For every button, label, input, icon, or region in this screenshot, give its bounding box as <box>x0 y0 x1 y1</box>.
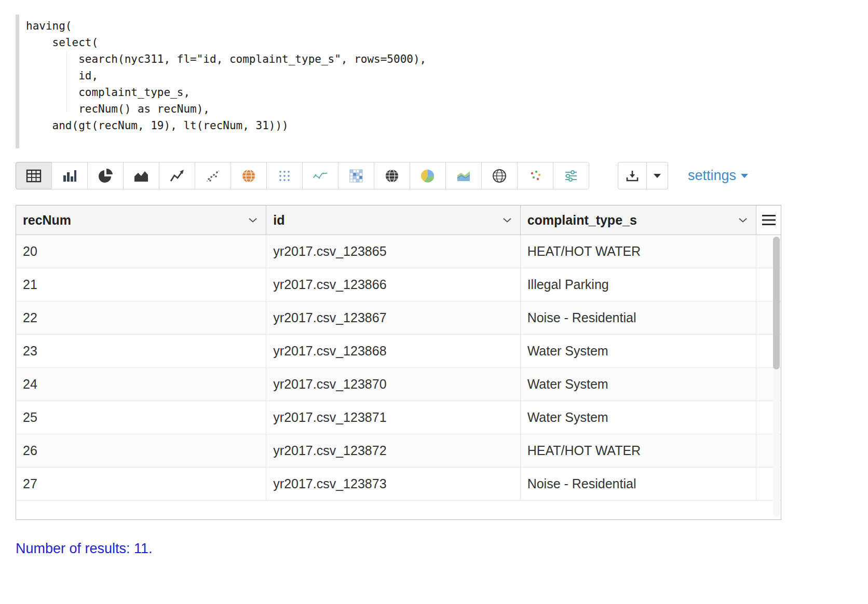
cell-recnum: 22 <box>16 301 266 334</box>
cell-recnum: 20 <box>16 235 266 268</box>
table-row: 26 yr2017.csv_123872 HEAT/HOT WATER <box>16 434 781 468</box>
dot-grid-icon <box>277 168 292 184</box>
chevron-down-icon[interactable] <box>503 217 512 223</box>
column-label: complaint_type_s <box>527 213 637 228</box>
code-line: search(nyc311, fl="id, complaint_type_s"… <box>26 51 852 67</box>
cell-complaint-type: Noise - Residential <box>521 468 756 500</box>
download-caret-button[interactable] <box>647 162 668 189</box>
scrollbar-thumb[interactable] <box>773 237 780 369</box>
bar-chart-icon <box>62 169 77 183</box>
table-row: 21 yr2017.csv_123866 Illegal Parking <box>16 268 781 301</box>
cell-recnum: 25 <box>16 401 266 434</box>
pie-colored-icon <box>420 168 436 184</box>
table-row: 27 yr2017.csv_123873 Noise - Residential <box>16 468 781 501</box>
cell-id: yr2017.csv_123868 <box>266 335 520 367</box>
table-row: 22 yr2017.csv_123867 Noise - Residential <box>16 301 781 335</box>
viz-scatter-plot-button[interactable] <box>195 162 231 189</box>
cell-recnum: 26 <box>16 434 266 467</box>
download-icon <box>626 169 639 183</box>
column-label: id <box>273 213 284 228</box>
cell-complaint-type: Water System <box>521 335 756 367</box>
viz-table-button[interactable] <box>16 162 52 189</box>
column-header-id[interactable]: id <box>266 205 520 235</box>
code-line: and(gt(recNum, 19), lt(recNum, 31))) <box>26 117 852 134</box>
globe-orange-icon <box>241 168 256 184</box>
viz-pie-colored-button[interactable] <box>410 162 446 189</box>
viz-filter-button[interactable] <box>553 162 589 189</box>
viz-smooth-scatter-button[interactable] <box>302 162 338 189</box>
cell-recnum: 27 <box>16 468 266 500</box>
cell-id: yr2017.csv_123866 <box>266 268 520 301</box>
cell-complaint-type: Water System <box>521 401 756 434</box>
viz-area-colored-button[interactable] <box>445 162 482 189</box>
table-header-row: recNum id complaint_type_s <box>16 205 781 235</box>
code-line: recNum() as recNum), <box>26 101 852 117</box>
chevron-down-icon[interactable] <box>738 217 748 223</box>
caret-down-icon <box>741 174 748 178</box>
cell-complaint-type: Water System <box>521 368 756 401</box>
viz-area-chart-button[interactable] <box>123 162 159 189</box>
scatter-plot-icon <box>205 169 221 183</box>
paragraph-container: having( select( search(nyc311, fl="id, c… <box>0 0 868 557</box>
results-table: recNum id complaint_type_s <box>16 205 781 520</box>
viz-heatmap-button[interactable] <box>338 162 374 189</box>
viz-bar-chart-button[interactable] <box>51 162 88 189</box>
table-body: 20 yr2017.csv_123865 HEAT/HOT WATER 21 y… <box>16 235 781 519</box>
cell-id: yr2017.csv_123865 <box>266 235 520 268</box>
viz-scatter-colored-button[interactable] <box>517 162 553 189</box>
table-row: 23 yr2017.csv_123868 Water System <box>16 335 781 368</box>
globe-dark-icon <box>384 168 400 184</box>
cell-complaint-type: Noise - Residential <box>521 301 756 334</box>
smooth-scatter-icon <box>313 169 328 183</box>
table-bottom-space <box>16 501 781 519</box>
settings-dropdown[interactable]: settings <box>688 168 748 184</box>
table-row: 24 yr2017.csv_123870 Water System <box>16 368 781 401</box>
scatter-colored-icon <box>527 168 543 184</box>
chevron-down-icon[interactable] <box>248 217 257 223</box>
viz-dot-grid-button[interactable] <box>266 162 303 189</box>
download-button-group <box>618 162 668 189</box>
line-chart-icon <box>169 169 185 183</box>
viz-globe-2-button[interactable] <box>481 162 518 189</box>
settings-label: settings <box>688 168 736 184</box>
hamburger-menu-icon <box>762 215 776 225</box>
cell-id: yr2017.csv_123873 <box>266 468 520 500</box>
results-count-text: Number of results: 11. <box>16 541 852 557</box>
table-menu-button[interactable] <box>756 205 781 235</box>
area-colored-icon <box>456 169 471 183</box>
table-row: 20 yr2017.csv_123865 HEAT/HOT WATER <box>16 235 781 268</box>
cell-recnum: 24 <box>16 368 266 401</box>
column-header-recnum[interactable]: recNum <box>16 205 266 235</box>
code-block: having( select( search(nyc311, fl="id, c… <box>16 15 852 148</box>
caret-down-icon <box>654 174 661 178</box>
column-header-complaint-type[interactable]: complaint_type_s <box>521 205 756 235</box>
viz-globe-button[interactable] <box>374 162 410 189</box>
cell-complaint-type: Illegal Parking <box>521 268 756 301</box>
cell-complaint-type: HEAT/HOT WATER <box>521 235 756 268</box>
code-line: select( <box>26 34 852 51</box>
code-line: complaint_type_s, <box>26 84 852 101</box>
heatmap-icon <box>348 168 364 184</box>
globe-dark-2-icon <box>492 168 507 184</box>
cell-id: yr2017.csv_123867 <box>266 301 520 334</box>
cell-recnum: 23 <box>16 335 266 367</box>
table-row: 25 yr2017.csv_123871 Water System <box>16 401 781 434</box>
column-label: recNum <box>23 213 71 228</box>
vertical-scrollbar[interactable] <box>773 237 780 517</box>
download-button[interactable] <box>618 162 647 189</box>
viz-map-leaflet-button[interactable] <box>230 162 267 189</box>
visualization-toolbar: settings <box>16 162 852 189</box>
pie-chart-icon <box>98 168 113 184</box>
filter-sliders-icon <box>563 168 579 184</box>
cell-complaint-type: HEAT/HOT WATER <box>521 434 756 467</box>
table-icon <box>26 169 42 183</box>
code-line: having( <box>26 18 852 34</box>
viz-line-chart-button[interactable] <box>159 162 195 189</box>
cell-id: yr2017.csv_123870 <box>266 368 520 401</box>
cell-id: yr2017.csv_123872 <box>266 434 520 467</box>
viz-pie-chart-button[interactable] <box>87 162 124 189</box>
viz-button-group <box>16 162 589 189</box>
indent-guide <box>66 51 67 112</box>
cell-recnum: 21 <box>16 268 266 301</box>
code-line: id, <box>26 67 852 84</box>
